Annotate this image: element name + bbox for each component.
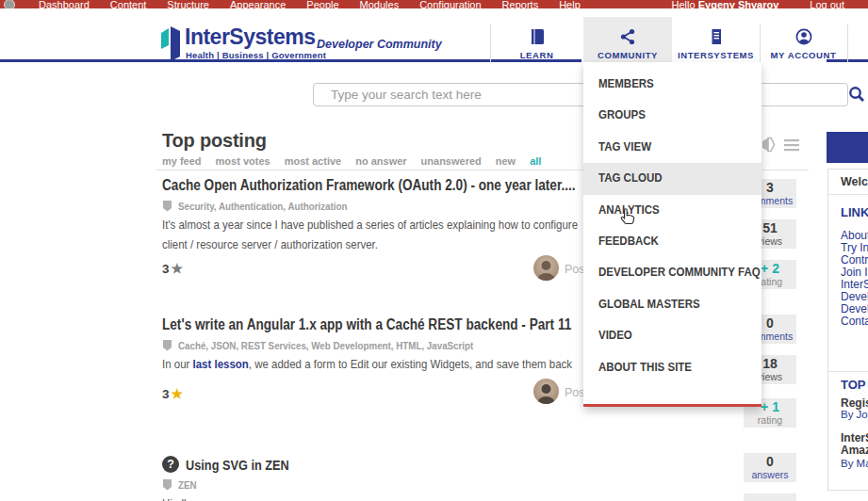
drupal-logo-icon[interactable] <box>4 0 15 8</box>
feed-filter-tabs: my feed most votes most active no answer… <box>162 155 541 167</box>
share-icon <box>618 27 637 46</box>
sidebar-link-intersystems[interactable]: InterS <box>841 278 868 291</box>
nav-learn[interactable]: LEARN <box>490 17 583 71</box>
sidebar-entry-title[interactable]: InterS <box>841 431 868 444</box>
post-title[interactable]: Using SVG in ZEN <box>186 457 307 473</box>
menu-item-global-masters[interactable]: GLOBAL MASTERS <box>583 289 762 320</box>
nav-divider <box>760 24 761 62</box>
tab-my-feed[interactable]: my feed <box>162 155 202 167</box>
menu-item-groups[interactable]: GROUPS <box>583 100 762 131</box>
book-icon <box>528 27 547 46</box>
post-tags-text[interactable]: ZEN <box>178 479 197 491</box>
sidebar-action-button[interactable] <box>827 132 868 163</box>
tab-new[interactable]: new <box>496 155 516 167</box>
sidebar-links-heading: LINKS <box>841 205 868 219</box>
sidebar-link-contribute[interactable]: Contri <box>841 253 868 267</box>
sidebar-entry-title[interactable]: Regist <box>841 396 868 410</box>
nav-divider <box>490 24 491 62</box>
post-rating: 3★ <box>162 261 183 276</box>
sidebar-link-contact[interactable]: Conta <box>841 315 868 328</box>
sidebar-link-developer2[interactable]: Develo <box>841 302 868 315</box>
tag-shield-icon <box>162 478 172 491</box>
menu-item-label: GROUPS <box>598 100 646 131</box>
tab-most-active[interactable]: most active <box>285 155 342 167</box>
sidebar-entry-author[interactable]: By Jor <box>841 409 868 420</box>
question-icon: ? <box>162 456 179 473</box>
admin-menu-configuration[interactable]: Configuration <box>409 0 491 8</box>
menu-item-tag-cloud[interactable]: TAG CLOUD <box>583 163 762 194</box>
menu-item-feedback[interactable]: FEEDBACK <box>583 226 762 257</box>
sidebar-entry-title[interactable]: Amaze <box>841 444 868 457</box>
post-rating: 3★ <box>162 386 183 401</box>
admin-user-name[interactable]: Evgeny Shvarov <box>698 0 779 8</box>
menu-item-analytics[interactable]: ANALYTICS <box>583 195 762 226</box>
stat-label: rating <box>744 414 796 426</box>
admin-menu-appearance[interactable]: Appearance <box>220 0 296 8</box>
nav-my-account-label: MY ACCOUNT <box>771 50 837 60</box>
excerpt-line: It's almost a year since I have publishe… <box>162 215 578 234</box>
menu-item-members[interactable]: MEMBERS <box>583 69 762 100</box>
menu-item-label: ANALYTICS <box>598 195 660 226</box>
nav-divider <box>847 24 848 62</box>
post-tags-text[interactable]: Caché, JSON, REST Services, Web Developm… <box>178 340 473 351</box>
admin-menu-content[interactable]: Content <box>100 0 157 8</box>
avatar[interactable] <box>533 255 559 281</box>
tag-shield-icon <box>162 200 172 212</box>
search-input[interactable] <box>313 83 848 106</box>
tab-all[interactable]: all <box>530 155 541 167</box>
last-lesson-link[interactable]: last lesson <box>193 357 249 371</box>
sidebar-link-join[interactable]: Join In <box>841 266 868 279</box>
tab-unanswered[interactable]: unanswered <box>421 155 482 167</box>
post-title[interactable]: Let's write an Angular 1.x app with a Ca… <box>162 316 644 333</box>
menu-item-about-this-site[interactable]: ABOUT THIS SITE <box>583 352 762 383</box>
menu-item-label: MEMBERS <box>598 69 654 100</box>
post-title-text: Using SVG in ZEN <box>186 457 289 473</box>
star-icon: ★ <box>172 261 184 276</box>
nav-intersystems-label: INTERSYSTEMS <box>678 50 754 60</box>
admin-menu-help[interactable]: Help <box>549 0 591 8</box>
site-header: InterSystems Health | Business | Governm… <box>0 8 868 59</box>
menu-item-video[interactable]: VIDEO <box>583 320 762 351</box>
intersystems-logo-icon[interactable] <box>160 26 181 61</box>
nav-my-account[interactable]: MY ACCOUNT <box>760 17 847 71</box>
excerpt-text: , we added a form to Edit our existing W… <box>249 357 572 371</box>
search-icon[interactable] <box>848 86 865 103</box>
logout-link[interactable]: Log out <box>799 0 855 8</box>
tag-shield-icon <box>162 339 172 351</box>
post-excerpt: Hi all <box>162 493 190 501</box>
sidebar-link-try[interactable]: Try Int <box>841 241 868 254</box>
stat-label: answers <box>744 469 796 480</box>
excerpt-line: client / resource server / authorization… <box>162 234 378 254</box>
tab-most-votes[interactable]: most votes <box>216 155 270 167</box>
excerpt-line: In our last lesson, we added a form to E… <box>162 354 572 374</box>
admin-menu-reports[interactable]: Reports <box>492 0 549 8</box>
menu-item-label: TAG CLOUD <box>598 163 663 194</box>
sidebar-link-about[interactable]: About <box>841 229 868 242</box>
rating-value: 3 <box>162 387 170 401</box>
menu-item-tag-view[interactable]: TAG VIEW <box>583 132 762 163</box>
admin-menu-people[interactable]: People <box>296 0 349 8</box>
site-title[interactable]: Developer Community <box>317 38 442 51</box>
post-tags-text[interactable]: Security, Authentication, Authorization <box>178 201 347 212</box>
admin-menu-modules[interactable]: Modules <box>350 0 410 8</box>
excerpt-line: Hi all <box>162 493 187 501</box>
stat-answers: 0 answers <box>744 453 796 482</box>
admin-menu-dashboard[interactable]: Dashboard <box>28 0 100 8</box>
menu-item-developer-community-faq[interactable]: DEVELOPER COMMUNITY FAQ <box>583 257 762 288</box>
brand-name[interactable]: InterSystems <box>185 24 315 50</box>
tab-no-answer[interactable]: no answer <box>355 155 406 167</box>
admin-greeting: Hello Evgeny Shvarov <box>672 0 779 8</box>
sidebar-link-developer[interactable]: Develo <box>841 290 868 303</box>
menu-item-label: GLOBAL MASTERS <box>598 289 700 320</box>
list-view-icon[interactable] <box>784 138 799 152</box>
avatar[interactable] <box>533 379 559 404</box>
menu-item-label: TAG VIEW <box>598 132 651 163</box>
post-title[interactable]: Cache Open Authorization Framework (OAut… <box>162 177 648 194</box>
admin-menu-structure[interactable]: Structure <box>156 0 220 8</box>
sidebar-entry-author[interactable]: By Ma <box>841 458 868 469</box>
sidebar-top5-heading: TOP 5 <box>841 378 868 392</box>
menu-item-label: FEEDBACK <box>598 226 659 257</box>
tag-view-icon[interactable] <box>762 137 778 153</box>
page-title: Top posting <box>162 130 267 152</box>
menu-item-label: VIDEO <box>598 320 632 351</box>
